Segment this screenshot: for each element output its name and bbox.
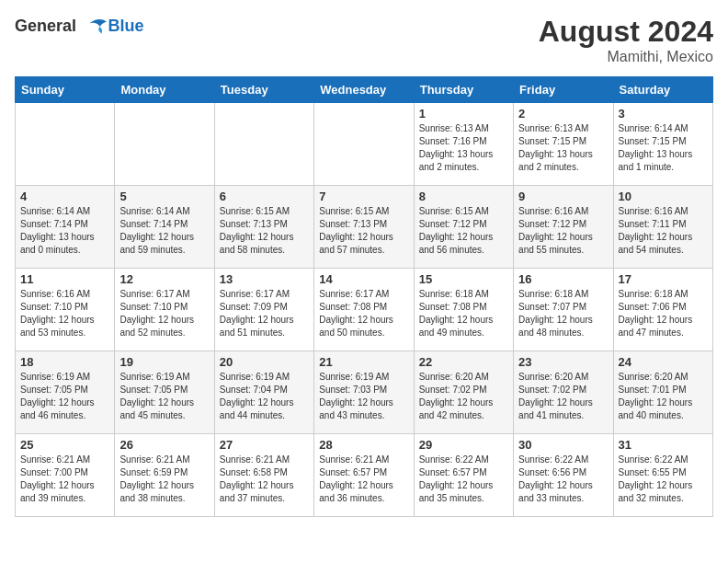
calendar-cell: 22Sunrise: 6:20 AM Sunset: 7:02 PM Dayli… — [414, 351, 513, 434]
calendar-header-tuesday: Tuesday — [214, 77, 313, 103]
day-info: Sunrise: 6:19 AM Sunset: 7:04 PM Dayligh… — [220, 371, 309, 422]
day-info: Sunrise: 6:20 AM Sunset: 7:01 PM Dayligh… — [619, 371, 708, 422]
calendar-cell: 31Sunrise: 6:22 AM Sunset: 6:55 PM Dayli… — [613, 434, 712, 517]
day-number: 18 — [20, 355, 109, 369]
day-number: 8 — [419, 190, 508, 203]
day-number: 28 — [319, 438, 408, 452]
calendar-cell — [314, 103, 414, 186]
calendar-cell: 4Sunrise: 6:14 AM Sunset: 7:14 PM Daylig… — [16, 186, 115, 269]
calendar-header-row: SundayMondayTuesdayWednesdayThursdayFrid… — [16, 77, 713, 103]
day-number: 15 — [419, 272, 508, 286]
day-info: Sunrise: 6:13 AM Sunset: 7:15 PM Dayligh… — [518, 122, 608, 174]
day-info: Sunrise: 6:16 AM Sunset: 7:12 PM Dayligh… — [518, 205, 608, 257]
calendar-week-5: 25Sunrise: 6:21 AM Sunset: 7:00 PM Dayli… — [16, 434, 713, 517]
calendar-cell: 25Sunrise: 6:21 AM Sunset: 7:00 PM Dayli… — [16, 434, 115, 517]
day-info: Sunrise: 6:17 AM Sunset: 7:08 PM Dayligh… — [319, 288, 408, 339]
day-info: Sunrise: 6:13 AM Sunset: 7:16 PM Dayligh… — [419, 122, 508, 174]
day-info: Sunrise: 6:22 AM Sunset: 6:57 PM Dayligh… — [419, 454, 508, 505]
day-number: 11 — [20, 272, 109, 286]
day-number: 25 — [20, 438, 109, 452]
calendar-cell: 2Sunrise: 6:13 AM Sunset: 7:15 PM Daylig… — [514, 103, 613, 186]
day-number: 24 — [619, 355, 708, 369]
calendar-cell: 27Sunrise: 6:21 AM Sunset: 6:58 PM Dayli… — [214, 434, 313, 517]
calendar-cell: 6Sunrise: 6:15 AM Sunset: 7:13 PM Daylig… — [214, 186, 313, 269]
day-number: 31 — [619, 438, 708, 452]
day-info: Sunrise: 6:16 AM Sunset: 7:10 PM Dayligh… — [20, 288, 109, 339]
day-number: 20 — [220, 355, 309, 369]
day-info: Sunrise: 6:21 AM Sunset: 6:59 PM Dayligh… — [119, 454, 209, 505]
calendar-cell: 14Sunrise: 6:17 AM Sunset: 7:08 PM Dayli… — [314, 269, 414, 351]
day-number: 22 — [419, 355, 508, 369]
title-block: August 2024 Mamithi, Mexico — [539, 15, 713, 65]
day-info: Sunrise: 6:14 AM Sunset: 7:14 PM Dayligh… — [119, 205, 209, 257]
day-number: 29 — [419, 438, 508, 452]
day-number: 13 — [220, 272, 309, 286]
calendar-cell: 23Sunrise: 6:20 AM Sunset: 7:02 PM Dayli… — [514, 351, 613, 434]
calendar-cell: 3Sunrise: 6:14 AM Sunset: 7:15 PM Daylig… — [613, 103, 712, 186]
calendar-cell: 8Sunrise: 6:15 AM Sunset: 7:12 PM Daylig… — [414, 186, 513, 269]
day-info: Sunrise: 6:22 AM Sunset: 6:55 PM Dayligh… — [619, 454, 708, 505]
day-info: Sunrise: 6:17 AM Sunset: 7:09 PM Dayligh… — [220, 288, 309, 339]
calendar-header-monday: Monday — [115, 77, 214, 103]
day-info: Sunrise: 6:21 AM Sunset: 6:57 PM Dayligh… — [319, 454, 408, 505]
day-number: 6 — [220, 190, 309, 203]
calendar-cell — [214, 103, 313, 186]
calendar-week-1: 1Sunrise: 6:13 AM Sunset: 7:16 PM Daylig… — [16, 103, 713, 186]
day-info: Sunrise: 6:19 AM Sunset: 7:05 PM Dayligh… — [20, 371, 109, 422]
day-number: 23 — [518, 355, 608, 369]
calendar-cell: 21Sunrise: 6:19 AM Sunset: 7:03 PM Dayli… — [314, 351, 414, 434]
logo-general: General — [15, 17, 76, 35]
day-info: Sunrise: 6:19 AM Sunset: 7:03 PM Dayligh… — [319, 371, 408, 422]
calendar-cell: 13Sunrise: 6:17 AM Sunset: 7:09 PM Dayli… — [214, 269, 313, 351]
day-number: 7 — [319, 190, 408, 203]
day-number: 12 — [119, 272, 209, 286]
calendar-cell: 12Sunrise: 6:17 AM Sunset: 7:10 PM Dayli… — [115, 269, 214, 351]
calendar-cell: 7Sunrise: 6:15 AM Sunset: 7:13 PM Daylig… — [314, 186, 414, 269]
day-info: Sunrise: 6:17 AM Sunset: 7:10 PM Dayligh… — [119, 288, 209, 339]
day-number: 5 — [119, 190, 209, 203]
calendar-cell: 18Sunrise: 6:19 AM Sunset: 7:05 PM Dayli… — [16, 351, 115, 434]
day-info: Sunrise: 6:18 AM Sunset: 7:06 PM Dayligh… — [619, 288, 708, 339]
calendar-cell: 9Sunrise: 6:16 AM Sunset: 7:12 PM Daylig… — [514, 186, 613, 269]
calendar-cell: 26Sunrise: 6:21 AM Sunset: 6:59 PM Dayli… — [115, 434, 214, 517]
calendar-cell: 17Sunrise: 6:18 AM Sunset: 7:06 PM Dayli… — [613, 269, 712, 351]
day-number: 19 — [119, 355, 209, 369]
calendar-cell: 10Sunrise: 6:16 AM Sunset: 7:11 PM Dayli… — [613, 186, 712, 269]
calendar-cell: 11Sunrise: 6:16 AM Sunset: 7:10 PM Dayli… — [16, 269, 115, 351]
month-year-title: August 2024 — [539, 15, 713, 49]
day-info: Sunrise: 6:22 AM Sunset: 6:56 PM Dayligh… — [518, 454, 608, 505]
calendar-cell: 29Sunrise: 6:22 AM Sunset: 6:57 PM Dayli… — [414, 434, 513, 517]
day-info: Sunrise: 6:15 AM Sunset: 7:13 PM Dayligh… — [220, 205, 309, 257]
logo-bird-icon — [83, 15, 108, 40]
calendar-header-thursday: Thursday — [414, 77, 513, 103]
day-info: Sunrise: 6:18 AM Sunset: 7:08 PM Dayligh… — [419, 288, 508, 339]
calendar-cell: 1Sunrise: 6:13 AM Sunset: 7:16 PM Daylig… — [414, 103, 513, 186]
day-number: 30 — [518, 438, 608, 452]
day-number: 21 — [319, 355, 408, 369]
calendar-cell: 20Sunrise: 6:19 AM Sunset: 7:04 PM Dayli… — [214, 351, 313, 434]
calendar-week-3: 11Sunrise: 6:16 AM Sunset: 7:10 PM Dayli… — [16, 269, 713, 351]
day-info: Sunrise: 6:14 AM Sunset: 7:15 PM Dayligh… — [619, 122, 708, 174]
day-number: 26 — [119, 438, 209, 452]
calendar-week-4: 18Sunrise: 6:19 AM Sunset: 7:05 PM Dayli… — [16, 351, 713, 434]
calendar-cell: 5Sunrise: 6:14 AM Sunset: 7:14 PM Daylig… — [115, 186, 214, 269]
day-number: 4 — [20, 190, 109, 203]
day-number: 14 — [319, 272, 408, 286]
calendar-header-sunday: Sunday — [16, 77, 115, 103]
day-number: 3 — [619, 107, 708, 121]
day-info: Sunrise: 6:14 AM Sunset: 7:14 PM Dayligh… — [20, 205, 109, 257]
day-number: 2 — [518, 107, 608, 121]
calendar-week-2: 4Sunrise: 6:14 AM Sunset: 7:14 PM Daylig… — [16, 186, 713, 269]
location-subtitle: Mamithi, Mexico — [539, 49, 713, 65]
day-number: 1 — [419, 107, 508, 121]
day-info: Sunrise: 6:15 AM Sunset: 7:13 PM Dayligh… — [319, 205, 408, 257]
day-info: Sunrise: 6:21 AM Sunset: 6:58 PM Dayligh… — [220, 454, 309, 505]
calendar-cell: 15Sunrise: 6:18 AM Sunset: 7:08 PM Dayli… — [414, 269, 513, 351]
calendar-cell: 24Sunrise: 6:20 AM Sunset: 7:01 PM Dayli… — [613, 351, 712, 434]
day-info: Sunrise: 6:20 AM Sunset: 7:02 PM Dayligh… — [518, 371, 608, 422]
calendar-cell: 28Sunrise: 6:21 AM Sunset: 6:57 PM Dayli… — [314, 434, 414, 517]
logo-blue: Blue — [108, 17, 144, 36]
day-info: Sunrise: 6:20 AM Sunset: 7:02 PM Dayligh… — [419, 371, 508, 422]
day-number: 17 — [619, 272, 708, 286]
day-number: 16 — [518, 272, 608, 286]
